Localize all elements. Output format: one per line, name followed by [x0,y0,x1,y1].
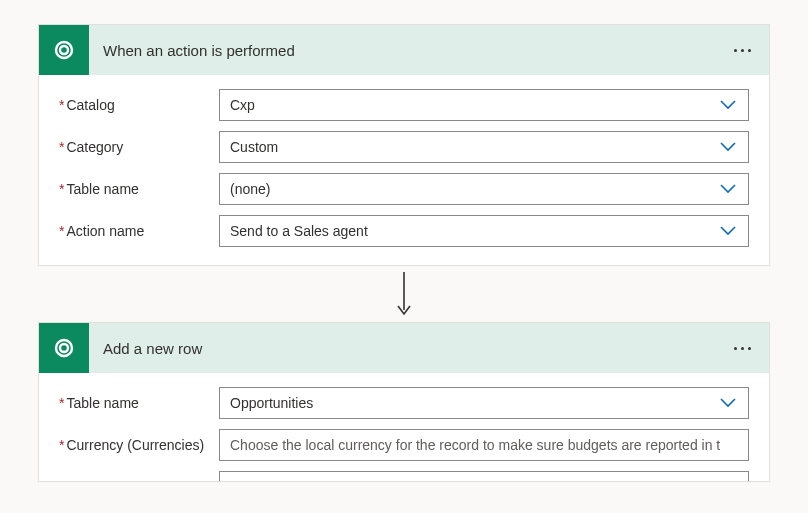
category-select[interactable]: Custom [219,131,749,163]
table-name-label-2: *Table name [59,395,219,411]
flow-arrow [32,266,776,322]
currency-label: *Currency (Currencies) [59,437,219,453]
table-name-label: *Table name [59,181,219,197]
table-name-value: (none) [230,181,270,197]
action-card-body: *Table name Opportunities *Currency (Cur… [39,373,769,482]
more-menu-button[interactable] [734,347,751,350]
table-name-row-2: *Table name Opportunities [59,387,749,419]
action-card: Add a new row *Table name Opportunities … [38,322,770,482]
trigger-card-header[interactable]: When an action is performed [39,25,769,75]
catalog-row: *Catalog Cxp [59,89,749,121]
currency-placeholder: Choose the local currency for the record… [230,437,720,453]
action-card-header[interactable]: Add a new row [39,323,769,373]
topic-input[interactable] [219,471,749,482]
trigger-card-body: *Catalog Cxp *Category Custom *Table nam… [39,75,769,265]
currency-input[interactable]: Choose the local currency for the record… [219,429,749,461]
action-card-title: Add a new row [89,340,734,357]
catalog-value: Cxp [230,97,255,113]
trigger-card-title: When an action is performed [89,42,734,59]
trigger-card: When an action is performed *Catalog Cxp… [38,24,770,266]
dataverse-icon [39,25,89,75]
chevron-down-icon [720,142,736,152]
action-name-label: *Action name [59,223,219,239]
action-name-value: Send to a Sales agent [230,223,368,239]
chevron-down-icon [720,100,736,110]
category-value: Custom [230,139,278,155]
catalog-label: *Catalog [59,97,219,113]
category-label: *Category [59,139,219,155]
chevron-down-icon [720,226,736,236]
dataverse-icon [39,323,89,373]
action-name-select[interactable]: Send to a Sales agent [219,215,749,247]
category-row: *Category Custom [59,131,749,163]
table-name-select[interactable]: (none) [219,173,749,205]
topic-row: *Topic [59,471,749,482]
table-name-select-2[interactable]: Opportunities [219,387,749,419]
action-name-row: *Action name Send to a Sales agent [59,215,749,247]
chevron-down-icon [720,184,736,194]
table-name-value-2: Opportunities [230,395,313,411]
chevron-down-icon [720,398,736,408]
catalog-select[interactable]: Cxp [219,89,749,121]
more-menu-button[interactable] [734,49,751,52]
currency-row: *Currency (Currencies) Choose the local … [59,429,749,461]
topic-label: *Topic [59,479,219,482]
table-name-row: *Table name (none) [59,173,749,205]
